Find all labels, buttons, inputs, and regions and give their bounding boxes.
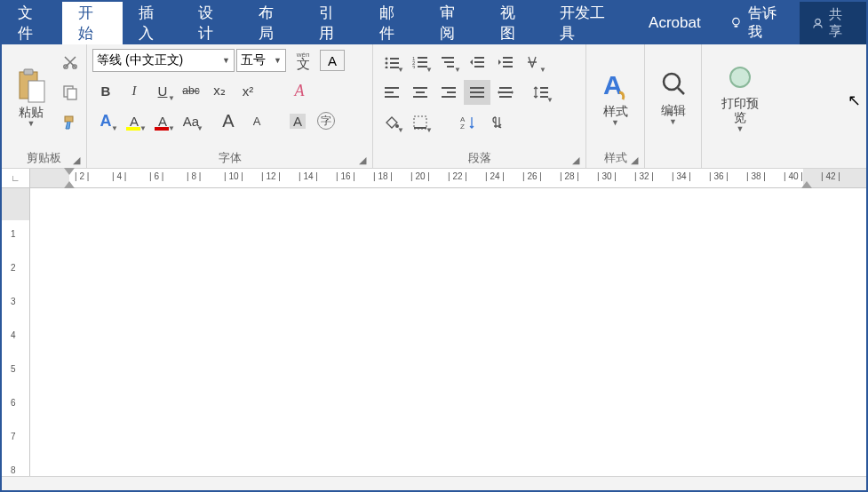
- svg-rect-24: [447, 66, 454, 67]
- svg-rect-33: [385, 96, 399, 98]
- borders-button[interactable]: ▼: [407, 110, 434, 135]
- hruler-tick: | 24 |: [485, 171, 505, 181]
- tab-developer[interactable]: 开发工具: [544, 2, 633, 44]
- font-name-value: 等线 (中文正文): [97, 52, 183, 68]
- vertical-ruler[interactable]: 12345678: [2, 188, 30, 476]
- align-left-button[interactable]: [378, 80, 405, 105]
- tab-design[interactable]: 设计: [182, 2, 243, 44]
- copy-button[interactable]: [57, 80, 84, 105]
- cut-button[interactable]: [57, 50, 84, 75]
- svg-rect-9: [65, 116, 73, 122]
- editing-button[interactable]: 编辑 ▼: [651, 48, 696, 148]
- text-effects-button[interactable]: A▼: [92, 108, 119, 133]
- font-size-combo[interactable]: 五号▼: [236, 49, 286, 72]
- decrease-indent-button[interactable]: [464, 50, 490, 75]
- svg-rect-46: [540, 87, 548, 89]
- document-page[interactable]: [30, 188, 866, 476]
- distributed-button[interactable]: [492, 80, 519, 105]
- paste-label: 粘贴: [19, 106, 44, 119]
- clipboard-icon: [16, 68, 46, 104]
- status-bar: [2, 476, 866, 490]
- line-spacing-button[interactable]: ▼: [528, 80, 554, 105]
- lightbulb-icon: [729, 16, 743, 30]
- tab-home[interactable]: 开始: [62, 2, 123, 44]
- tab-insert[interactable]: 插入: [123, 2, 183, 44]
- align-justify-button[interactable]: [464, 80, 490, 105]
- shading-button[interactable]: ▼: [378, 110, 405, 135]
- tab-file[interactable]: 文件: [2, 2, 62, 44]
- menu-tab-bar: 文件 开始 插入 设计 布局 引用 邮件 审阅 视图 开发工具 Acrobat …: [2, 2, 866, 44]
- paragraph-launcher[interactable]: ◢: [569, 154, 582, 166]
- font-launcher[interactable]: ◢: [356, 154, 369, 166]
- tab-selector[interactable]: ∟: [2, 169, 30, 187]
- asian-layout-button[interactable]: ▼: [521, 50, 547, 75]
- tell-me-search[interactable]: 告诉我: [717, 2, 800, 44]
- numbering-button[interactable]: 123▼: [407, 50, 434, 75]
- svg-rect-51: [414, 127, 426, 129]
- sort-button[interactable]: AZ: [455, 110, 482, 135]
- char-shading-button[interactable]: A: [284, 108, 311, 133]
- clear-formatting-button[interactable]: A: [286, 78, 313, 103]
- font-name-combo[interactable]: 等线 (中文正文)▼: [92, 49, 235, 72]
- hruler-tick: | 20 |: [410, 171, 430, 181]
- character-border-button[interactable]: A: [320, 50, 345, 71]
- grow-font-button[interactable]: A: [215, 108, 242, 133]
- svg-rect-26: [474, 61, 484, 63]
- tab-layout[interactable]: 布局: [243, 2, 303, 44]
- svg-rect-19: [418, 61, 427, 63]
- svg-rect-32: [385, 91, 394, 93]
- strikethrough-button[interactable]: abc: [178, 78, 204, 103]
- paintbrush-icon: [62, 115, 78, 131]
- circle-icon: [727, 63, 753, 95]
- svg-rect-50: [414, 116, 426, 129]
- chevron-down-icon: ▼: [426, 126, 433, 134]
- multilevel-list-button[interactable]: ▼: [435, 50, 462, 75]
- tell-me-label: 告诉我: [748, 4, 788, 42]
- paste-button[interactable]: 粘贴 ▼: [7, 48, 55, 148]
- first-line-indent[interactable]: [64, 168, 75, 175]
- svg-rect-39: [442, 96, 456, 98]
- highlight-color-button[interactable]: A▼: [121, 108, 147, 133]
- clipboard-launcher[interactable]: ◢: [70, 154, 83, 166]
- group-font: 等线 (中文正文)▼ 五号▼ wén文 A B I U▼ abc x₂ x² A…: [87, 44, 373, 168]
- horizontal-ruler[interactable]: ∟ | 2 || 4 || 6 || 8 || 10 || 12 || 14 |…: [2, 169, 866, 188]
- copy-icon: [62, 84, 78, 100]
- svg-rect-30: [503, 66, 513, 67]
- shrink-font-button[interactable]: A: [243, 108, 270, 133]
- share-button[interactable]: 共享: [800, 2, 866, 44]
- format-painter-button[interactable]: [57, 110, 84, 135]
- styles-button[interactable]: A 样式 ▼: [591, 48, 641, 148]
- svg-point-56: [730, 67, 750, 87]
- hruler-tick: | 18 |: [373, 171, 393, 181]
- bold-button[interactable]: B: [92, 78, 119, 103]
- show-marks-button[interactable]: [483, 110, 510, 135]
- hanging-indent[interactable]: [64, 181, 75, 188]
- chevron-down-icon: ▼: [168, 94, 175, 102]
- svg-rect-38: [447, 91, 456, 93]
- vruler-tick: 3: [11, 297, 16, 306]
- underline-button[interactable]: U▼: [149, 78, 176, 103]
- tab-review[interactable]: 审阅: [424, 2, 484, 44]
- print-preview-button[interactable]: 打印预览 ▼: [707, 48, 773, 148]
- superscript-button[interactable]: x²: [235, 78, 261, 103]
- increase-indent-button[interactable]: [492, 50, 519, 75]
- italic-button[interactable]: I: [121, 78, 147, 103]
- subscript-button[interactable]: x₂: [206, 78, 233, 103]
- phonetic-guide-button[interactable]: wén文: [288, 48, 318, 73]
- clipboard-group-label: 剪贴板: [27, 150, 61, 166]
- bullets-button[interactable]: ▼: [378, 50, 405, 75]
- change-case-button[interactable]: Aa▼: [178, 108, 204, 133]
- enclose-char-button[interactable]: 字: [313, 108, 339, 133]
- print-preview-label: 打印预览: [716, 97, 764, 124]
- group-styles: A 样式 ▼ 样式◢: [586, 44, 645, 168]
- tab-references[interactable]: 引用: [303, 2, 363, 44]
- align-right-button[interactable]: [435, 80, 462, 105]
- right-indent[interactable]: [801, 181, 812, 188]
- tab-acrobat[interactable]: Acrobat: [633, 2, 717, 44]
- svg-rect-25: [474, 57, 484, 59]
- tab-view[interactable]: 视图: [484, 2, 545, 44]
- font-color-button[interactable]: A▼: [149, 108, 176, 133]
- align-center-button[interactable]: [407, 80, 434, 105]
- tab-mailings[interactable]: 邮件: [363, 2, 424, 44]
- styles-launcher[interactable]: ◢: [628, 154, 641, 166]
